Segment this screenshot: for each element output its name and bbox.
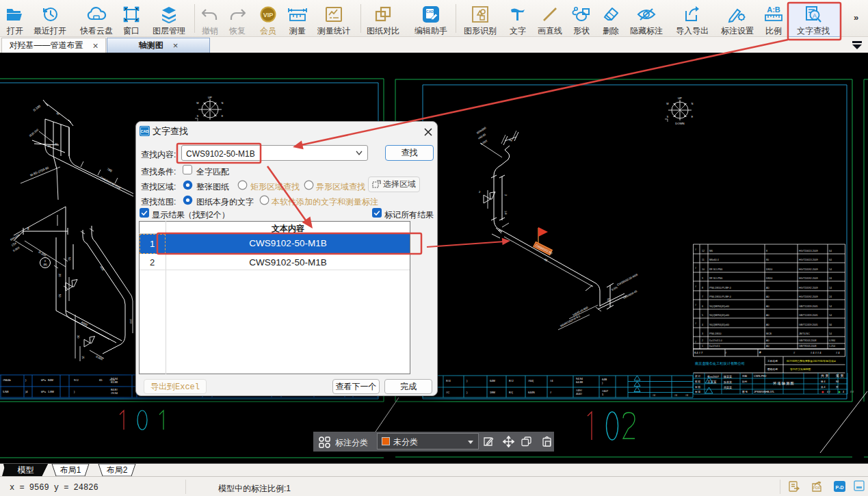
svg-text:#4: #4 (685, 394, 688, 397)
svg-text:#: # (793, 351, 795, 354)
svg-text:M6x60 4: M6x60 4 (709, 259, 719, 261)
svg-text:校 核: 校 核 (694, 380, 701, 383)
svg-text:第 页: 第 页 (836, 374, 843, 378)
svg-text:W: W (666, 103, 669, 105)
svg-text:14043-45-600: 14043-45-600 (572, 305, 589, 316)
svg-text:管 道 轴 测 图: 管 道 轴 测 图 (773, 381, 794, 386)
svg-text:30: 30 (77, 335, 80, 339)
svg-text:A0: A0 (766, 296, 769, 298)
svg-text:M6: M6 (709, 250, 713, 252)
svg-text:PN6-DN50: PN6-DN50 (709, 332, 721, 335)
svg-text:GB/T8163-2008: GB/T8163-2008 (799, 339, 817, 342)
svg-text:kPa: kPa (41, 378, 47, 382)
svg-text:kPa: kPa (41, 390, 47, 393)
svg-text:90(J)M/R4(45)x60: 90(J)M/R4(45)x60 (709, 305, 729, 308)
svg-text:14: 14 (829, 287, 832, 289)
svg-text:84: 84 (836, 380, 839, 383)
svg-text:工程名称: 工程名称 (767, 359, 778, 363)
svg-text:#4: #4 (653, 394, 655, 397)
svg-text:0.00X: 0.00X (96, 354, 104, 361)
svg-text:8: 8 (766, 250, 767, 252)
svg-text:): ) (602, 381, 603, 384)
svg-text:DN50: DN50 (766, 277, 772, 280)
svg-text:A0: A0 (766, 339, 769, 342)
svg-text:#4: #4 (550, 379, 553, 382)
svg-text:审 核: 审 核 (695, 385, 701, 389)
svg-text:9#J: 9#J (74, 378, 78, 382)
svg-text:GB/T12459-2005: GB/T12459-2005 (799, 314, 818, 317)
svg-text:A:B: A:B (767, 5, 780, 14)
svg-text:M04M/182PW-6.5: M04M/182PW-6.5 (560, 314, 581, 328)
svg-text:400: 400 (99, 265, 105, 272)
svg-text:#: # (695, 267, 696, 270)
svg-text:#4: #4 (674, 394, 677, 397)
svg-text:管内件安装轴测图: 管内件安装轴测图 (790, 367, 811, 371)
svg-text:CWS9102-50-M1B: CWS9102-50-M1B (100, 176, 122, 190)
svg-text:1: 1 (702, 345, 703, 348)
svg-text:0.00X: 0.00X (480, 139, 488, 146)
svg-text:#C: #C (446, 391, 449, 394)
svg-text:CWS-PH2: CWS-PH2 (754, 374, 767, 378)
svg-text:A0: A0 (766, 324, 769, 326)
svg-text:MCB: MCB (766, 332, 772, 335)
svg-text:审 定: 审 定 (695, 390, 701, 393)
svg-text:CWS9102-50-M1B: CWS9102-50-M1B (616, 273, 638, 287)
svg-text:61.88: 61.88 (111, 380, 118, 384)
svg-text:E: E (692, 116, 694, 118)
svg-text:UP: UP (678, 96, 682, 100)
svg-text:S: S (197, 115, 199, 118)
svg-text:JB/T4-NC: JB/T4-NC (799, 332, 810, 335)
svg-text:1: 1 (602, 393, 604, 396)
svg-text:D60/40W-45: D60/40W-45 (622, 289, 638, 300)
svg-text:VIP: VIP (263, 12, 274, 18)
svg-text:HG/T20592-2009: HG/T20592-2009 (799, 268, 818, 271)
svg-text:D=57x3.5-0: D=57x3.5-0 (709, 339, 722, 342)
svg-text:4 #: 4 # (827, 391, 830, 393)
svg-text:N: N (692, 103, 694, 105)
svg-text:A: A (813, 12, 817, 19)
svg-text:8#4: 8#4 (446, 379, 451, 382)
svg-text:#: # (759, 351, 761, 354)
svg-text:# #: # # (850, 391, 854, 393)
svg-text:#: # (695, 285, 696, 288)
svg-text:14: 14 (829, 314, 832, 317)
svg-text:(M): (M) (43, 263, 47, 266)
svg-text:8#J: 8#J (509, 379, 513, 382)
svg-text:24: 24 (829, 277, 832, 280)
svg-text:比例: 比例 (742, 380, 748, 383)
svg-text:12: 12 (702, 250, 705, 252)
svg-text:共 页: 共 页 (821, 374, 828, 378)
svg-text:2: 2 (479, 190, 481, 194)
svg-text:65: 65 (99, 378, 103, 382)
svg-text:): ) (74, 390, 75, 393)
svg-text:8: 8 (702, 287, 703, 289)
svg-text:DOWN: DOWN (675, 122, 684, 125)
svg-text:)4: )4 (25, 390, 28, 393)
svg-text:64M: 64M (490, 379, 495, 382)
svg-text:1.8M: 1.8M (48, 390, 54, 393)
svg-text:第 4: 第 4 (821, 386, 826, 389)
svg-text:E: E (222, 115, 224, 118)
svg-text:1.254: 1.254 (829, 345, 835, 348)
svg-text:): ) (466, 391, 468, 394)
svg-text:A0: A0 (766, 345, 769, 348)
svg-text:PN6-DN50-PL/BF-0: PN6-DN50-PL/BF-0 (709, 296, 731, 298)
svg-text:1.8: 1.8 (504, 211, 508, 215)
svg-text:4: 4 (702, 324, 703, 326)
svg-text:84M: 84M (48, 378, 53, 382)
svg-text:日期: 日期 (742, 375, 748, 378)
svg-text:GB/T12459-2005: GB/T12459-2005 (799, 324, 818, 326)
svg-text:# 4: # 4 (836, 351, 840, 354)
svg-text:50: 50 (58, 294, 62, 298)
svg-text:周某某: 周某某 (724, 386, 732, 389)
svg-text:#: # (550, 391, 552, 394)
svg-text:A0: A0 (766, 314, 769, 317)
svg-text:W: W (196, 102, 199, 105)
svg-text:24: 24 (829, 296, 832, 298)
svg-text:3: 3 (702, 332, 703, 335)
svg-text:8X: 8X (509, 138, 514, 143)
svg-text:404#: 404# (576, 392, 583, 395)
svg-text:#64(: #64( (528, 379, 534, 382)
svg-text:D=57x3.5: D=57x3.5 (709, 345, 720, 348)
svg-text:图 号: 图 号 (742, 391, 748, 393)
